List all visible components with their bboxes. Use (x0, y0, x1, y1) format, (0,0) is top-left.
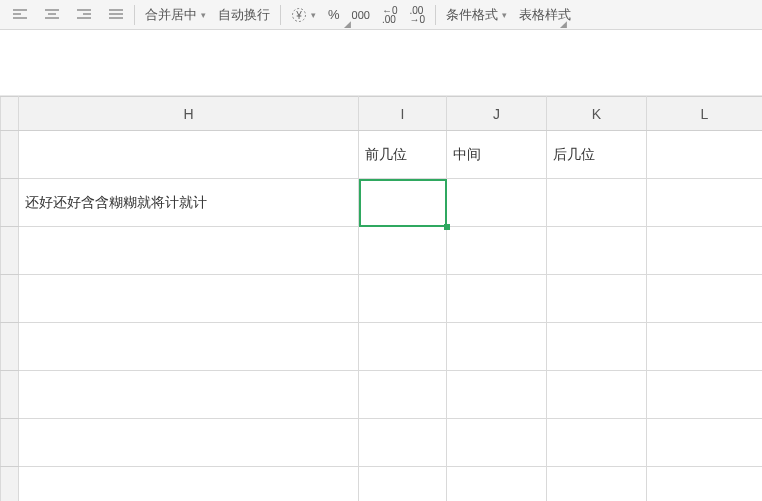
row-header[interactable] (1, 179, 19, 227)
cell[interactable] (19, 419, 359, 467)
cell[interactable] (359, 467, 447, 502)
spreadsheet-grid[interactable]: H I J K L 前几位 中间 后几位 还好还好含含糊糊就将计就计 (0, 96, 762, 501)
cell[interactable] (447, 227, 547, 275)
cell[interactable] (447, 467, 547, 502)
cell[interactable] (19, 323, 359, 371)
conditional-format-label: 条件格式 (446, 6, 498, 24)
grid-row: 还好还好含含糊糊就将计就计 (1, 179, 763, 227)
grid-table: H I J K L 前几位 中间 后几位 还好还好含含糊糊就将计就计 (0, 96, 762, 501)
cell[interactable] (447, 275, 547, 323)
separator (134, 5, 135, 25)
conditional-format-button[interactable]: 条件格式 ▾ (440, 0, 513, 29)
formula-bar-area (0, 30, 762, 96)
increase-decimal-button[interactable]: ←0 .00 (376, 0, 404, 29)
grid-row (1, 371, 763, 419)
expand-align-icon[interactable]: ◢ (340, 19, 355, 29)
row-header[interactable] (1, 275, 19, 323)
cell-L2[interactable] (647, 179, 763, 227)
currency-format-button[interactable]: ¥ ▾ (285, 0, 322, 29)
cell-L1[interactable] (647, 131, 763, 179)
align-justify-icon[interactable] (102, 8, 130, 22)
cell[interactable] (547, 275, 647, 323)
cell-I2[interactable] (359, 179, 447, 227)
cell[interactable] (547, 371, 647, 419)
cell[interactable] (359, 371, 447, 419)
cell[interactable] (647, 419, 763, 467)
cell[interactable] (547, 323, 647, 371)
cell-H1[interactable] (19, 131, 359, 179)
column-header-K[interactable]: K (547, 97, 647, 131)
cell[interactable] (547, 467, 647, 502)
cell[interactable] (359, 323, 447, 371)
column-header-H[interactable]: H (19, 97, 359, 131)
column-header-J[interactable]: J (447, 97, 547, 131)
decrease-decimal-button[interactable]: .00 →0 (403, 0, 431, 29)
select-all-corner[interactable] (1, 97, 19, 131)
cell-K1[interactable]: 后几位 (547, 131, 647, 179)
align-left-icon[interactable] (6, 8, 34, 22)
grid-row (1, 419, 763, 467)
row-header[interactable] (1, 131, 19, 179)
merge-center-label: 合并居中 (145, 6, 197, 24)
row-header[interactable] (1, 419, 19, 467)
cell-I1[interactable]: 前几位 (359, 131, 447, 179)
chevron-down-icon: ▾ (502, 10, 507, 20)
row-header[interactable] (1, 467, 19, 502)
cell-K2[interactable] (547, 179, 647, 227)
separator (435, 5, 436, 25)
merge-center-button[interactable]: 合并居中 ▾ (139, 0, 212, 29)
cell-J1[interactable]: 中间 (447, 131, 547, 179)
cell[interactable] (19, 227, 359, 275)
cell[interactable] (359, 227, 447, 275)
align-center-icon[interactable] (38, 8, 66, 22)
row-header[interactable] (1, 227, 19, 275)
grid-row (1, 227, 763, 275)
expand-number-icon[interactable]: ◢ (556, 19, 571, 29)
cell[interactable] (647, 467, 763, 502)
chevron-down-icon: ▾ (201, 10, 206, 20)
row-header[interactable] (1, 371, 19, 419)
column-header-L[interactable]: L (647, 97, 763, 131)
alignment-group (0, 8, 130, 22)
grid-row (1, 467, 763, 502)
wrap-text-label: 自动换行 (218, 6, 270, 24)
row-header[interactable] (1, 323, 19, 371)
column-header-I[interactable]: I (359, 97, 447, 131)
grid-row: 前几位 中间 后几位 (1, 131, 763, 179)
cell[interactable] (359, 419, 447, 467)
align-right-icon[interactable] (70, 8, 98, 22)
cell[interactable] (19, 275, 359, 323)
cell-H2[interactable]: 还好还好含含糊糊就将计就计 (19, 179, 359, 227)
grid-row (1, 323, 763, 371)
cell[interactable] (647, 371, 763, 419)
separator (280, 5, 281, 25)
cell-J2[interactable] (447, 179, 547, 227)
column-header-row: H I J K L (1, 97, 763, 131)
cell[interactable] (447, 371, 547, 419)
grid-row (1, 275, 763, 323)
wrap-text-button[interactable]: 自动换行 (212, 0, 276, 29)
percent-label: % (328, 7, 340, 22)
cell[interactable] (647, 275, 763, 323)
cell[interactable] (547, 419, 647, 467)
ribbon-toolbar: 合并居中 ▾ 自动换行 ◢ ¥ ▾ % 000 ←0 .00 .00 →0 ◢ … (0, 0, 762, 30)
cell[interactable] (447, 323, 547, 371)
cell[interactable] (359, 275, 447, 323)
chevron-down-icon: ▾ (311, 10, 316, 20)
cell[interactable] (19, 467, 359, 502)
cell[interactable] (647, 227, 763, 275)
cell[interactable] (447, 419, 547, 467)
cell[interactable] (19, 371, 359, 419)
cell[interactable] (647, 323, 763, 371)
cell[interactable] (547, 227, 647, 275)
svg-text:¥: ¥ (295, 10, 302, 21)
